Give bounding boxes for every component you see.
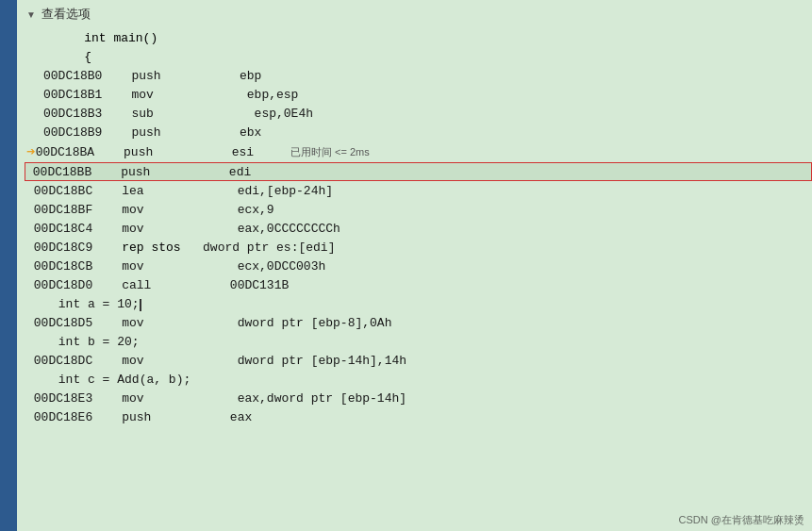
- mnemonic: mov: [100, 203, 157, 217]
- addr: 00DC18D0: [34, 278, 100, 292]
- mnemonic: mov: [100, 222, 157, 236]
- mnemonic: rep stos: [100, 241, 181, 255]
- mnemonic: sub: [109, 107, 166, 121]
- addr: 00DC18DC: [34, 354, 100, 368]
- mnemonic: lea: [100, 184, 157, 198]
- addr: 00DC18BF: [34, 203, 100, 217]
- addr: 00DC18B3: [43, 107, 109, 121]
- code-line-13: 00DC18DC mov dword ptr [ebp-14h],14h: [26, 351, 812, 370]
- operand: ebx: [166, 125, 261, 140]
- operand: edi,[ebp-24h]: [157, 184, 333, 198]
- mnemonic: mov: [100, 259, 157, 274]
- mnemonic: push: [100, 410, 157, 424]
- code-line-inta: int a = 10;: [26, 294, 812, 313]
- code-line-brace: {: [26, 47, 812, 66]
- operand: edi: [156, 165, 251, 179]
- operand: esi: [158, 145, 254, 159]
- code-line-10: 00DC18CB mov ecx,0DCC003h: [26, 257, 812, 275]
- mnemonic: mov: [100, 391, 157, 406]
- main-container: ▼ 查看选项 int main() { 00DC18B0 push ebp: [0, 0, 812, 531]
- operand: ecx,0DCC003h: [157, 259, 325, 274]
- source-text: int main(): [26, 31, 157, 45]
- code-line-14: 00DC18E3 mov eax,dword ptr [ebp-14h]: [26, 389, 812, 407]
- main-content: ▼ 查看选项 int main() { 00DC18B0 push ebp: [17, 0, 812, 531]
- operand: dword ptr [ebp-14h],14h: [157, 354, 406, 368]
- mnemonic: push: [109, 69, 166, 83]
- code-line-12: 00DC18D5 mov dword ptr [ebp-8],0Ah: [26, 313, 812, 332]
- operand: eax,0CCCCCCCCh: [157, 222, 340, 236]
- code-line-7: 00DC18BF mov ecx,9: [26, 200, 812, 219]
- operand: ebp: [166, 69, 261, 83]
- addr: 00DC18BB: [33, 165, 99, 179]
- source-text: int c = Add(a, b);: [34, 373, 191, 387]
- code-line-3: 00DC18B3 sub esp,0E4h: [26, 104, 812, 123]
- mnemonic: mov: [100, 316, 157, 330]
- addr: 00DC18BA: [36, 145, 102, 159]
- mnemonic: mov: [100, 354, 157, 368]
- addr: 00DC18BC: [34, 184, 100, 198]
- mnemonic: call: [100, 278, 157, 292]
- watermark: CSDN @在肯德基吃麻辣烫: [679, 513, 804, 527]
- code-line-6: 00DC18BC lea edi,[ebp-24h]: [26, 181, 812, 200]
- operand: ecx,9: [157, 203, 274, 217]
- addr: 00DC18E6: [34, 410, 100, 424]
- code-line-11: 00DC18D0 call 00DC131B: [26, 275, 812, 294]
- operand: 00DC131B: [157, 278, 289, 292]
- mnemonic: push: [109, 125, 166, 140]
- source-text: {: [26, 50, 91, 64]
- addr: 00DC18B1: [43, 88, 109, 102]
- addr: 00DC18E3: [34, 391, 100, 406]
- addr: 00DC18C9: [34, 241, 100, 255]
- header-row: ▼ 查看选项: [17, 0, 812, 28]
- code-line-intb: int b = 20;: [26, 332, 812, 351]
- operand: esp,0E4h: [166, 107, 313, 121]
- operand: eax,dword ptr [ebp-14h]: [157, 391, 406, 406]
- operand: dword ptr [ebp-8],0Ah: [157, 316, 392, 330]
- code-line-main: int main(): [26, 28, 812, 47]
- code-line-4: 00DC18B9 push ebx: [26, 123, 812, 141]
- operand: ebp,esp: [166, 88, 298, 102]
- addr: 00DC18C4: [34, 222, 100, 236]
- code-area: int main() { 00DC18B0 push ebp 00DC18B1 …: [17, 28, 812, 426]
- addr: 00DC18B0: [43, 69, 109, 83]
- code-line-15: 00DC18E6 push eax: [26, 407, 812, 426]
- code-line-highlighted: 00DC18BB push edi: [25, 162, 812, 181]
- operand: eax: [157, 410, 252, 424]
- code-line-arrow: ➔ 00DC18BA push esi 已用时间 <= 2ms: [26, 141, 812, 162]
- code-line-1: 00DC18B0 push ebp: [26, 66, 812, 85]
- left-bar: [0, 0, 17, 531]
- mnemonic: mov: [109, 88, 166, 102]
- addr: 00DC18CB: [34, 259, 100, 274]
- code-line-9: 00DC18C9 rep stos dword ptr es:[edi]: [26, 238, 812, 257]
- mnemonic: push: [102, 145, 158, 159]
- addr: 00DC18D5: [34, 316, 100, 330]
- code-line-2: 00DC18B1 mov ebp,esp: [26, 85, 812, 104]
- source-text: int b = 20;: [34, 335, 140, 349]
- code-line-intc: int c = Add(a, b);: [26, 370, 812, 389]
- collapse-icon[interactable]: ▼: [26, 9, 36, 20]
- header-title: 查看选项: [41, 6, 91, 23]
- elapsed-badge: 已用时间 <= 2ms: [290, 145, 699, 159]
- source-text: int a = 10;: [34, 297, 141, 311]
- watermark-label: CSDN @在肯德基吃麻辣烫: [679, 514, 804, 525]
- code-line-8: 00DC18C4 mov eax,0CCCCCCCCh: [26, 219, 812, 238]
- operand: dword ptr es:[edi]: [181, 241, 336, 255]
- mnemonic: push: [99, 165, 156, 179]
- addr: 00DC18B9: [43, 125, 109, 140]
